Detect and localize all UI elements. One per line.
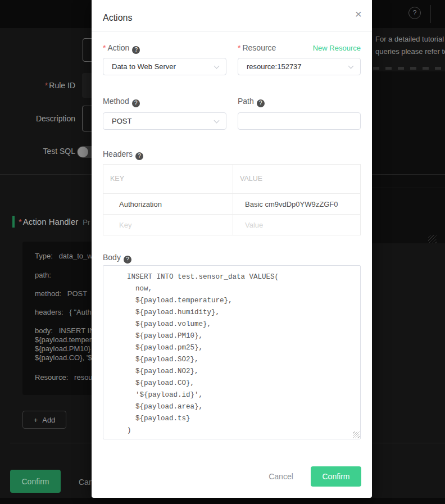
required-asterisk: * (45, 81, 48, 90)
resize-grip-icon (428, 235, 437, 243)
bottom-bar (0, 498, 445, 504)
header-value-input[interactable]: Value (233, 215, 263, 235)
help-icon[interactable]: ? (132, 99, 140, 107)
handler-body-line: body: INSERT IN (35, 326, 94, 335)
add-action-button: +Add (22, 411, 66, 429)
header-placeholder-row: Key Value (103, 214, 360, 235)
modal-title: Actions (103, 13, 132, 23)
handler-path-line: path: (35, 271, 51, 279)
action-label: *Action? (103, 43, 140, 54)
header-key-cell[interactable]: Authorization (103, 194, 233, 214)
close-icon[interactable]: × (355, 8, 362, 20)
header-key-input[interactable]: Key (103, 215, 233, 235)
page-confirm-button: Confirm (10, 470, 61, 493)
tutorial-text-line1: For a detailed tutorial (375, 35, 444, 43)
method-select[interactable]: POST (103, 112, 226, 130)
handler-resource-line: Resource: resou (35, 373, 93, 382)
resize-grip-icon[interactable] (353, 432, 360, 438)
method-label: Method? (103, 97, 140, 107)
header-value-cell[interactable]: Basic cm9vdDp0YW9zZGF0 (233, 194, 338, 214)
tutorial-text-line2: queries please refer to (375, 47, 445, 56)
required-asterisk: * (103, 43, 106, 52)
help-icon[interactable]: ? (132, 46, 140, 54)
key-column-header: KEY (103, 165, 233, 193)
header-divider (430, 5, 431, 23)
help-glyph: ? (413, 9, 417, 17)
page-cancel-button: Cancel (79, 477, 92, 487)
value-column-header: VALUE (233, 165, 262, 193)
toggle-knob (78, 147, 88, 157)
confirm-button[interactable]: Confirm (311, 466, 361, 487)
path-input[interactable] (238, 112, 361, 130)
help-icon[interactable]: ? (135, 152, 143, 160)
chevron-down-icon (214, 118, 220, 124)
headers-label: Headers? (103, 149, 143, 160)
section-accent-bar (12, 216, 15, 228)
help-icon[interactable]: ? (257, 99, 265, 107)
handler-headers-line: headers: { "Auth (35, 308, 92, 316)
header-row: Authorization Basic cm9vdDp0YW9zZGF0 (103, 193, 360, 214)
chevron-down-icon (214, 63, 220, 69)
panel-divider (372, 188, 445, 188)
handler-body-line3: ${payload.PM10} (35, 344, 90, 353)
headers-table: KEY VALUE Authorization Basic cm9vdDp0YW… (103, 164, 361, 235)
resource-select[interactable]: resource:152737 (238, 58, 361, 75)
action-select[interactable]: Data to Web Server (103, 58, 226, 75)
test-sql-label: Test SQL (0, 147, 75, 156)
required-asterisk: * (19, 217, 22, 226)
handler-body-line4: ${payload.CO}, '$ (35, 353, 92, 362)
rule-id-label: *Rule ID (0, 81, 75, 90)
page-root: ? For a detailed tutorial queries please… (0, 0, 445, 504)
actions-modal: Actions × *Action? *Resource New Resourc… (92, 0, 372, 498)
dashed-divider (373, 67, 445, 70)
handler-method-line: method: POST (35, 289, 87, 298)
handler-body-line2: ${payload.temper (35, 335, 92, 344)
plus-icon: + (34, 416, 38, 424)
body-textarea[interactable]: INSERT INTO test.sensor_data VALUES( now… (103, 265, 361, 439)
path-label: Path? (238, 97, 265, 107)
chevron-down-icon (348, 63, 354, 69)
headers-table-header: KEY VALUE (103, 165, 360, 193)
cancel-button[interactable]: Cancel (260, 467, 302, 485)
help-icon: ? (408, 7, 421, 19)
description-label: Description (0, 114, 75, 123)
body-label: Body? (103, 253, 131, 264)
modal-header: Actions × (92, 0, 372, 31)
new-resource-link[interactable]: New Resource (313, 44, 361, 52)
action-handler-hint: Pr (83, 218, 90, 226)
handler-type-line: Type: data_to_w (35, 252, 93, 260)
action-handler-heading: *Action HandlerPr (19, 217, 90, 226)
sql-editor-panel (372, 71, 445, 243)
help-icon[interactable]: ? (124, 256, 131, 264)
resource-label: *Resource (238, 43, 276, 52)
required-asterisk: * (238, 43, 240, 52)
